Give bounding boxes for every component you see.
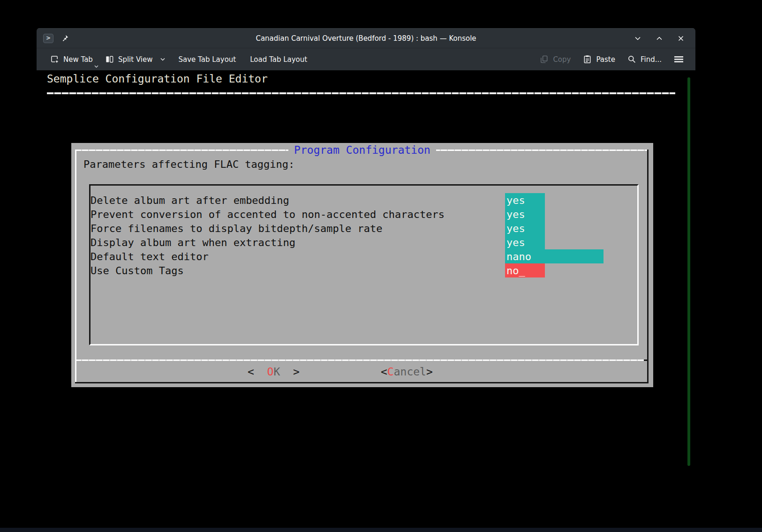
form-field-use-custom-tags-active[interactable]: no_ <box>505 263 545 277</box>
form-row-label: Prevent conversion of accented to non-ac… <box>91 209 445 220</box>
field-value: yes <box>506 209 525 220</box>
copy-button[interactable]: Copy <box>536 52 575 67</box>
hamburger-icon <box>674 55 684 63</box>
button-separator-cap <box>644 360 649 361</box>
ok-rest: K <box>273 366 280 378</box>
split-view-label: Split View <box>118 55 153 64</box>
field-value: nano <box>506 251 531 262</box>
field-value: yes <box>506 223 525 234</box>
scrollbar[interactable] <box>687 77 690 466</box>
split-view-icon <box>105 55 114 64</box>
form-row-use-custom-tags[interactable]: Use Custom Tags <box>91 263 184 277</box>
form-field-delete-album-art[interactable]: yes <box>505 193 545 207</box>
save-tab-layout-label: Save Tab Layout <box>179 55 236 64</box>
paste-label: Paste <box>596 55 615 64</box>
load-tab-layout-button[interactable]: Load Tab Layout <box>245 52 312 67</box>
hamburger-menu-button[interactable] <box>670 52 688 66</box>
new-tab-button[interactable]: New Tab <box>46 52 97 67</box>
dialog-border-bottom <box>75 382 649 383</box>
form-row-force-filenames[interactable]: Force filenames to display bitdepth/samp… <box>91 221 383 235</box>
copy-label: Copy <box>553 55 571 64</box>
konsole-window: Canadian Carnival Overture (Bedford - 19… <box>37 28 695 469</box>
backtitle: Semplice Configuration File Editor <box>47 73 268 85</box>
backtitle-separator <box>47 92 675 94</box>
desktop: Canadian Carnival Overture (Bedford - 19… <box>0 0 762 532</box>
form-field-force-filenames[interactable]: yes <box>505 221 545 235</box>
find-label: Find... <box>641 55 662 64</box>
cancel-rest: ancel <box>394 366 426 378</box>
field-value: no <box>506 265 519 277</box>
konsole-app-icon[interactable]: > <box>43 34 53 43</box>
new-tab-icon <box>50 55 59 64</box>
program-configuration-dialog: Program Configuration Parameters affecti… <box>71 143 653 387</box>
ok-hotkey: O <box>267 366 274 378</box>
terminal-screen[interactable]: Semplice Configuration File Editor Progr… <box>37 70 695 469</box>
form-row-prevent-conversion[interactable]: Prevent conversion of accented to non-ac… <box>91 207 445 221</box>
maximize-button[interactable] <box>655 34 664 43</box>
dialog-title: Program Configuration <box>288 144 436 156</box>
new-tab-label: New Tab <box>63 55 93 64</box>
split-view-chevron-icon <box>160 57 166 61</box>
ok-button[interactable]: < OK > <box>248 365 300 378</box>
dialog-border-right <box>647 150 649 383</box>
form-row-delete-album-art[interactable]: Delete album art after embedding <box>91 193 289 207</box>
dialog-border-left <box>75 150 76 382</box>
field-value: yes <box>506 195 525 206</box>
toolbar: New Tab Split View Save Tab Layo <box>37 48 695 70</box>
form-row-label: Default text editor <box>91 251 209 262</box>
button-separator <box>75 360 644 361</box>
minimize-button[interactable] <box>634 34 642 43</box>
save-tab-layout-button[interactable]: Save Tab Layout <box>174 52 241 67</box>
form-row-default-text-editor[interactable]: Default text editor <box>91 249 209 263</box>
load-tab-layout-label: Load Tab Layout <box>250 55 307 64</box>
find-button[interactable]: Find... <box>623 52 666 67</box>
desktop-panel-edge <box>0 528 762 532</box>
form-row-display-album-art[interactable]: Display album art when extracting <box>91 235 295 249</box>
cancel-open-bracket: < <box>381 366 387 378</box>
search-icon <box>627 55 636 64</box>
window-title: Canadian Carnival Overture (Bedford - 19… <box>37 34 695 43</box>
ok-open-bracket: < <box>248 366 267 378</box>
form-row-label: Force filenames to display bitdepth/samp… <box>91 223 383 234</box>
form-field-display-album-art[interactable]: yes <box>505 235 545 249</box>
form-field-default-text-editor[interactable]: nano <box>505 249 604 263</box>
form-row-label: Display album art when extracting <box>91 237 295 248</box>
copy-icon <box>540 55 549 64</box>
new-tab-dropdown-icon[interactable] <box>94 65 99 68</box>
titlebar[interactable]: Canadian Carnival Overture (Bedford - 19… <box>37 28 695 48</box>
pin-icon[interactable] <box>61 34 69 42</box>
cancel-hotkey: C <box>387 366 394 378</box>
field-value: yes <box>506 237 525 248</box>
form-row-label: Use Custom Tags <box>91 265 184 277</box>
close-button[interactable] <box>677 34 685 43</box>
dialog-subtitle: Parameters affecting FLAC tagging: <box>83 158 294 170</box>
ok-close-bracket: > <box>280 366 300 378</box>
cancel-close-bracket: > <box>426 366 433 378</box>
paste-button[interactable]: Paste <box>579 52 619 67</box>
paste-icon <box>583 55 592 64</box>
form-field-prevent-conversion[interactable]: yes <box>505 207 545 221</box>
split-view-button[interactable]: Split View <box>101 52 170 67</box>
form-row-label: Delete album art after embedding <box>91 195 289 206</box>
text-cursor: _ <box>519 265 525 277</box>
cancel-button[interactable]: <Cancel> <box>381 365 433 378</box>
